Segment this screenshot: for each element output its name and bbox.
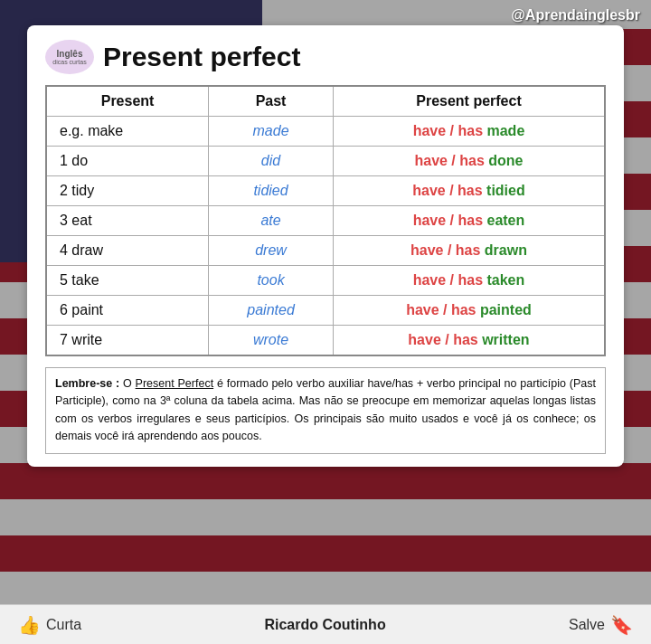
author-name: Ricardo Coutinho — [264, 617, 385, 633]
cell-present: 3 eat — [46, 206, 209, 236]
cell-past: took — [209, 266, 334, 296]
table-row: 3 eatatehave / has eaten — [46, 206, 605, 236]
cell-past: tidied — [209, 176, 334, 206]
table-row: 1 dodidhave / has done — [46, 147, 605, 176]
cell-past: did — [209, 147, 334, 176]
verb-table: Present Past Present perfect e.g. makema… — [45, 85, 606, 356]
cell-pp: have / has taken — [333, 266, 605, 296]
card-title: Present perfect — [103, 42, 300, 72]
pp-have-has: have / has — [413, 123, 483, 138]
cell-past: wrote — [209, 326, 334, 356]
pp-verb: drawn — [480, 242, 527, 258]
cell-pp: have / has drawn — [333, 236, 605, 266]
cell-past: drew — [209, 236, 334, 266]
table-row: 6 paintpaintedhave / has painted — [46, 296, 605, 326]
cell-pp: have / has done — [333, 147, 605, 176]
pp-verb: written — [478, 332, 530, 347]
save-item[interactable]: Salve 🔖 — [569, 614, 633, 636]
cell-present: 7 write — [46, 326, 209, 356]
note-intro: O — [123, 377, 136, 390]
cell-present: 6 paint — [46, 296, 209, 326]
col-past: Past — [209, 86, 334, 117]
cell-present: 5 take — [46, 266, 209, 296]
pp-verb: made — [483, 123, 524, 138]
note-bold-label: Lembre-se : — [55, 377, 119, 390]
pp-verb: done — [485, 153, 524, 168]
table-row: e.g. makemadehave / has made — [46, 117, 605, 147]
cell-present: 2 tidy — [46, 176, 209, 206]
cell-pp: have / has painted — [333, 296, 605, 326]
pp-have-has: have / has — [408, 332, 477, 347]
thumb-icon: 👍 — [18, 614, 41, 636]
col-pp: Present perfect — [333, 86, 605, 117]
logo-ingles: Inglês — [57, 49, 83, 59]
cell-pp: have / has eaten — [333, 206, 605, 236]
cell-past: painted — [209, 296, 334, 326]
cell-pp: have / has written — [333, 326, 605, 356]
curta-item[interactable]: 👍 Curta — [18, 614, 81, 636]
cell-past: ate — [209, 206, 334, 236]
save-icon: 🔖 — [610, 614, 633, 636]
pp-verb: tidied — [483, 183, 525, 198]
pp-verb: eaten — [483, 213, 524, 228]
curta-label: Curta — [46, 617, 81, 633]
cell-present: 1 do — [46, 147, 209, 176]
table-row: 5 taketookhave / has taken — [46, 266, 605, 296]
table-row: 2 tidytidiedhave / has tidied — [46, 176, 605, 206]
note-box: Lembre-se : O Present Perfect é formado … — [45, 367, 606, 454]
pp-have-has: have / has — [414, 153, 484, 168]
cell-pp: have / has made — [333, 117, 605, 147]
table-header-row: Present Past Present perfect — [46, 86, 605, 117]
main-card: Inglês dicas curtas Present perfect Pres… — [27, 25, 624, 467]
logo-badge: Inglês dicas curtas — [45, 40, 94, 74]
col-present: Present — [46, 86, 209, 117]
save-label: Salve — [569, 617, 605, 633]
cell-present: e.g. make — [46, 117, 209, 147]
bottom-bar: 👍 Curta Ricardo Coutinho Salve 🔖 — [0, 604, 651, 644]
cell-pp: have / has tidied — [333, 176, 605, 206]
pp-have-has: have / has — [413, 213, 483, 228]
cell-past: made — [209, 117, 334, 147]
table-row: 7 writewrotehave / has written — [46, 326, 605, 356]
pp-have-has: have / has — [412, 183, 482, 198]
pp-verb: taken — [483, 272, 524, 288]
pp-verb: painted — [476, 302, 532, 317]
pp-have-has: have / has — [406, 302, 476, 317]
pp-have-has: have / has — [413, 272, 483, 288]
note-underline: Present Perfect — [136, 377, 214, 390]
cell-present: 4 draw — [46, 236, 209, 266]
logo-dicas: dicas curtas — [52, 59, 86, 65]
watermark: @Aprendainglesbr — [511, 7, 640, 24]
card-header: Inglês dicas curtas Present perfect — [45, 40, 606, 74]
pp-have-has: have / has — [410, 242, 480, 258]
table-row: 4 drawdrewhave / has drawn — [46, 236, 605, 266]
